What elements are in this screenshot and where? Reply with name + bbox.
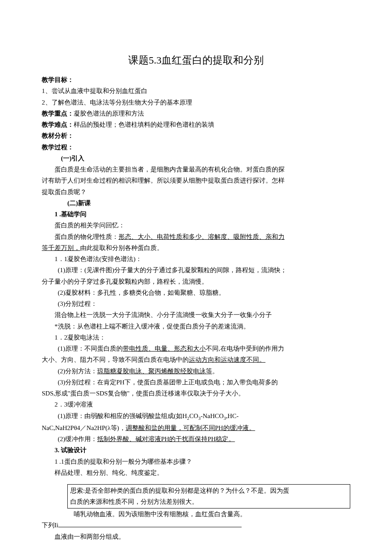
heading-process: 教学过程： (42, 142, 350, 153)
section-2-1-head: 1 .基础学问 (42, 209, 350, 220)
section-2-11-head: 1．1凝胶色谱法(安排色谱法)： (42, 253, 350, 264)
keypoint-label: 教学重点： (42, 110, 74, 117)
section-3-head: 3. 试验设计 (42, 445, 350, 456)
goal-item-2: 2、了解色谱法、电泳法等分别生物大分子的基本原理 (42, 97, 350, 108)
section-1-line-1: 蛋白质是生命活动的主要担当者，是细胞内含量最高的有机化合物。对蛋白质的探 (42, 164, 350, 175)
section-3-1a: 样品处理、粗分别、纯化、纯度鉴定。 (42, 467, 350, 478)
phys-prop-prefix: 蛋白质的物化理性质： (55, 233, 118, 240)
section-1-head: (一)引入 (42, 153, 350, 164)
after-box-line: 哺乳动物血液。因为该细胞中没有细胞核，血红蛋白含量高。 (42, 509, 350, 520)
section-2-11-p2: (2)凝胶材料：多孔性，多糖类化合物，如葡聚糖、琼脂糖。 (42, 287, 350, 298)
elec-principle-prefix: (1)原理：不同蛋白质的 (58, 345, 123, 352)
last-line: 血液由一和两部分组成。 (42, 531, 350, 542)
elec-principle-u1: 带电性质、电量、形态和大小 (123, 345, 206, 352)
section-2-11-p3a: 混合物上柱一洗脱一大分子流淌快、小分子流淌慢一收集大分子一收集小分子 (42, 309, 350, 320)
goal-item-1: 1、尝试从血液中提取和分别血红蛋白 (42, 85, 350, 96)
bottom-blank-line: 下列Ii (42, 520, 350, 531)
section-2-12-head: 1．2凝胶电泳法： (42, 332, 350, 343)
elec-principle-b-u: 运动方向和运动速度不同。 (189, 356, 265, 363)
buffer-p1b-u: 调整酸和盐的用量，可配制不同PH的缓冲液。 (126, 424, 255, 431)
phys-prop-post: 由此提取和分别各种蛋白质。 (80, 244, 163, 251)
section-2-head: (二)新课 (42, 198, 350, 209)
box-line-1: 思索:是否全部种类的蛋白质的提取和分别都是这样的？为什么？不是。因为蛋 (70, 485, 347, 497)
section-2-1-b-line2: 等千差万别，由此提取和分别各种蛋白质。 (42, 242, 350, 253)
section-2-12-p1-line2: 大小、方向、阻力不同，导致不同蛋白质在电场中的运动方向和运动速度不同。 (42, 354, 350, 365)
buffer-co3: CO (189, 413, 198, 419)
section-2-23-head: 2．3缓冲溶液 (42, 399, 350, 410)
bottom-label: 下列Ii (42, 522, 58, 529)
section-2-11-p3b: *洗脱：从色谱柱上端不断注入缓冲液，促使蛋白质分子的差速流淌。 (42, 321, 350, 332)
difficulty-label: 教学难点： (42, 121, 74, 128)
heading-difficulty: 教学难点：样品的预处理；色谱柱填料的处理和色谱柱的装填 (42, 119, 350, 130)
page-title: 课题5.3血红蛋白的提取和分别 (42, 51, 350, 69)
section-2-11-p1b: 分子量小的分子穿过多孔凝胶颗粒内部，路程长，流淌慢。 (42, 276, 350, 287)
heading-goal: 教学目标： (42, 74, 350, 85)
buffer-nahco3: -NaHCO (201, 413, 224, 419)
section-2-23-p1-line1: (1)原理：由弱酸和相应的强碱弱酸盐组成(如H2CO3-NaHCO3,HC- (42, 410, 350, 422)
buffer-p1b-pre: NaC,NaH2Pθ4／Na2HP(λ等)， (42, 424, 126, 431)
section-2-11-p1a: (1)原理：(见课件图)分子量大的分子通过多孔凝胶颗粒的间隙，路程短，流淌快； (42, 264, 350, 276)
section-2-23-p1-line2: NaC,NaH2Pθ4／Na2HP(λ等)，调整酸和盐的用量，可配制不同PH的缓… (42, 422, 350, 433)
keypoint-text: 凝胶色谱法的原理和方法 (74, 110, 144, 117)
section-2-12-p3a: (3)分别过程：在肯定PH下，使蛋白质基团带上正电或负电；加入带负电荷多的 (42, 377, 350, 388)
box-line-2: 白质的来源和性质不同，分别方法差别很大。 (70, 497, 347, 508)
section-2-12-p3b: SDS,形成"蛋白质一SDS复合物"，使蛋白质迁移速率仅取决于分子大小。 (42, 388, 350, 399)
question-box: 思索:是否全部种类的蛋白质的提取和分别都是这样的？为什么？不是。因为蛋 白质的来… (67, 484, 350, 509)
phys-prop-underline: 形态、大小、电荷性质和多少、溶解度、吸附性质、亲和力 (118, 233, 285, 240)
section-2-12-p1-line1: (1)原理：不同蛋白质的带电性质、电量、形态和大小不同,在电场中受到的作用力 (42, 343, 350, 354)
buffer-p2-pre: (2)缓冲作用： (58, 436, 98, 442)
section-1-line-3: 提取蛋白质呢？ (42, 186, 350, 198)
section-2-1-a: 蛋白质的相关学问回忆： (42, 220, 350, 231)
elec-principle-mid: 不同,在电场中受到的作用力 (206, 345, 284, 352)
blank-underline (58, 520, 242, 527)
heading-keypoint: 教学重点：凝胶色谱法的原理和方法 (42, 108, 350, 119)
section-2-12-p2: (2)分别方法：琼脂糖凝胶电泳、聚丙烯酰胺经胶电泳等。 (42, 366, 350, 377)
section-3-1: 1 .1蛋白质的提取和分别一般分为哪些基本步骤？ (42, 456, 350, 467)
section-2-11-p3: (3)分别过程： (42, 298, 350, 309)
buffer-p1-pre: (1)原理：由弱酸和相应的强碱弱酸盐组成(如H (58, 413, 187, 419)
section-2-1-b-line1: 蛋白质的物化理性质：形态、大小、电荷性质和多少、溶解度、吸附性质、亲和力 (42, 231, 350, 242)
heading-analysis: 教材分析： (42, 130, 350, 141)
elec-principle-b-pre: 大小、方向、阻力不同，导致不同蛋白质在电场中的 (42, 356, 189, 363)
elec-method-u: 琼脂糖凝胶电泳、聚丙烯酰胺经胶电泳等 (97, 368, 212, 375)
section-2-23-p2: (2)缓冲作用：抵制外界酸、碱对溶液PH的干扰而保持PH稳定。 (42, 433, 350, 445)
elec-method-pre: (2)分别方法： (58, 368, 98, 375)
difficulty-text: 样品的预处理；色谱柱填料的处理和色谱柱的装填 (74, 121, 214, 128)
spacer (42, 478, 350, 484)
section-1-line-2: 讨有助于人们对生命过程的相识和理解。所以须要从细胞中提取蛋白质进行探讨。怎样 (42, 175, 350, 186)
elec-method-post: 。 (212, 368, 219, 375)
document-page: 课题5.3血红蛋白的提取和分别 教学目标： 1、尝试从血液中提取和分别血红蛋白 … (0, 0, 392, 555)
buffer-hc: ,HC- (226, 413, 239, 419)
phys-prop-underline-2: 等千差万别， (42, 244, 80, 251)
buffer-p2-u: 抵制外界酸、碱对溶液PH的干扰而保持PH稳定。 (97, 436, 235, 442)
